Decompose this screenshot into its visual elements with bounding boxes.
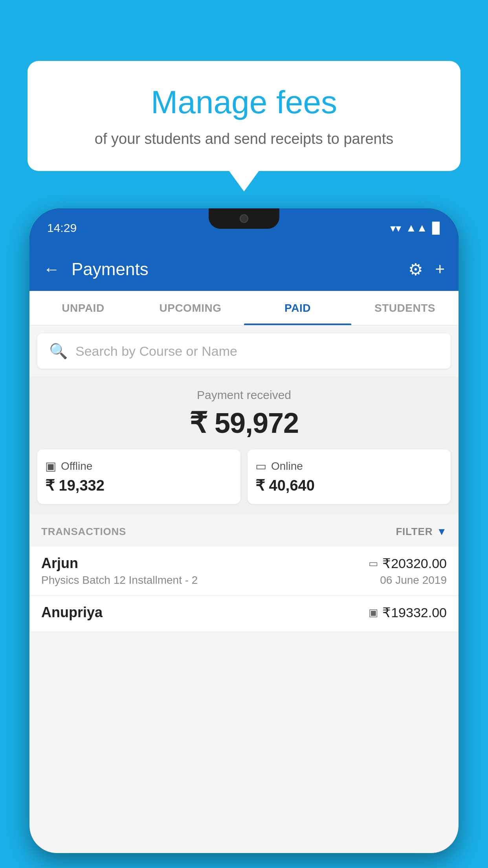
payment-total-amount: ₹ 59,972	[37, 406, 451, 440]
transaction-amount: ₹19332.00	[382, 605, 447, 620]
transaction-amount: ₹20320.00	[382, 555, 447, 571]
status-bar: 14:29 ▾▾ ▲▲ ▉	[29, 208, 459, 248]
payment-received-label: Payment received	[37, 388, 451, 402]
phone-notch	[209, 208, 279, 229]
status-time: 14:29	[47, 221, 77, 235]
online-card: ▭ Online ₹ 40,640	[248, 449, 451, 504]
phone-frame: 14:29 ▾▾ ▲▲ ▉ ← Payments ⚙ + UNPAID	[29, 208, 459, 853]
tabs-container: UNPAID UPCOMING PAID STUDENTS	[29, 291, 459, 326]
filter-button[interactable]: FILTER ▼	[396, 526, 447, 538]
search-placeholder-text: Search by Course or Name	[75, 344, 237, 359]
wifi-icon: ▾▾	[390, 222, 401, 235]
payment-method-icon: ▭	[369, 557, 378, 570]
transaction-amount-container: ▣ ₹19332.00	[369, 605, 447, 620]
payment-method-icon: ▣	[369, 607, 378, 619]
speech-bubble-container: Manage fees of your students and send re…	[28, 61, 460, 171]
bubble-subtitle: of your students and send receipts to pa…	[47, 129, 441, 149]
phone-screen: ← Payments ⚙ + UNPAID UPCOMING PAID	[29, 248, 459, 853]
tab-unpaid[interactable]: UNPAID	[29, 291, 137, 325]
offline-card: ▣ Offline ₹ 19,332	[37, 449, 240, 504]
phone-container: 14:29 ▾▾ ▲▲ ▉ ← Payments ⚙ + UNPAID	[29, 208, 459, 868]
offline-amount: ₹ 19,332	[45, 477, 233, 494]
payment-cards: ▣ Offline ₹ 19,332 ▭ Online ₹ 40,640	[37, 449, 451, 504]
speech-bubble: Manage fees of your students and send re…	[28, 61, 460, 171]
tab-students[interactable]: STUDENTS	[351, 291, 459, 325]
tab-paid[interactable]: PAID	[244, 291, 351, 325]
offline-payment-icon: ▣	[45, 459, 56, 473]
transaction-course: Physics Batch 12 Installment - 2	[41, 574, 198, 587]
search-bar[interactable]: 🔍 Search by Course or Name	[37, 333, 451, 369]
signal-icon: ▲▲	[406, 222, 427, 234]
header-title: Payments	[72, 259, 400, 279]
transactions-label: TRANSACTIONS	[41, 526, 126, 538]
back-button[interactable]: ←	[43, 260, 60, 279]
transaction-amount-container: ▭ ₹20320.00	[369, 555, 447, 571]
search-icon: 🔍	[49, 342, 68, 360]
transaction-student-name: Anupriya	[41, 604, 103, 621]
offline-card-header: ▣ Offline	[45, 459, 233, 473]
filter-icon: ▼	[437, 526, 447, 538]
online-card-header: ▭ Online	[255, 459, 443, 473]
settings-icon[interactable]: ⚙	[408, 260, 423, 279]
battery-icon: ▉	[432, 222, 441, 235]
transaction-bottom-row: Physics Batch 12 Installment - 2 06 June…	[41, 574, 447, 587]
status-icons: ▾▾ ▲▲ ▉	[390, 222, 441, 235]
transactions-header: TRANSACTIONS FILTER ▼	[29, 517, 459, 546]
header-icons: ⚙ +	[408, 260, 445, 279]
camera	[240, 214, 248, 223]
app-header: ← Payments ⚙ +	[29, 248, 459, 291]
transaction-student-name: Arjun	[41, 555, 78, 572]
transaction-top-row: Anupriya ▣ ₹19332.00	[41, 604, 447, 621]
online-payment-icon: ▭	[255, 459, 266, 473]
payment-summary: Payment received ₹ 59,972 ▣ Offline ₹ 19…	[29, 377, 459, 514]
offline-label: Offline	[61, 460, 92, 473]
tab-upcoming[interactable]: UPCOMING	[137, 291, 244, 325]
filter-label: FILTER	[396, 526, 433, 538]
transaction-top-row: Arjun ▭ ₹20320.00	[41, 555, 447, 572]
transaction-date: 06 June 2019	[380, 574, 447, 587]
add-icon[interactable]: +	[435, 260, 445, 279]
bubble-title: Manage fees	[47, 85, 441, 120]
online-amount: ₹ 40,640	[255, 477, 443, 494]
online-label: Online	[271, 460, 303, 473]
table-row[interactable]: Arjun ▭ ₹20320.00 Physics Batch 12 Insta…	[29, 546, 459, 596]
table-row[interactable]: Anupriya ▣ ₹19332.00	[29, 596, 459, 632]
